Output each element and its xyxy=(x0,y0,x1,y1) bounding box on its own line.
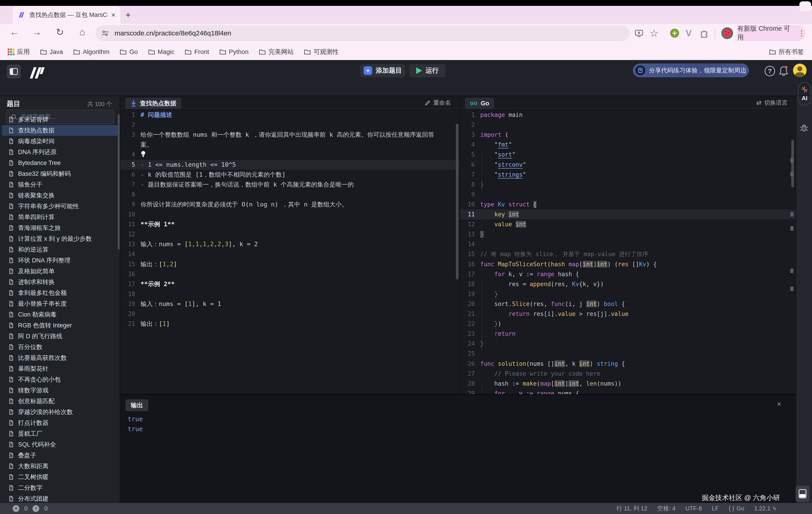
help-button[interactable]: ? xyxy=(765,66,775,76)
code-line[interactable]: 8) xyxy=(460,180,796,190)
install-icon[interactable] xyxy=(634,25,644,41)
sidebar-item[interactable]: 阿 D 的飞行路线 xyxy=(2,331,118,342)
code-line[interactable]: 21 return res[i].value > res[j].value xyxy=(460,309,796,319)
code-line[interactable]: 18 res = append(res, Kv{k, v}) xyxy=(460,279,796,289)
notifications-button[interactable] xyxy=(778,65,789,78)
switch-language-button[interactable]: ⇄ 切换语言 xyxy=(756,99,788,107)
code-line[interactable]: 19 } xyxy=(460,289,796,299)
sidebar-item[interactable]: 百分位数 xyxy=(2,342,118,352)
code-line[interactable]: 8 xyxy=(120,190,460,199)
back-icon[interactable]: ← xyxy=(9,27,19,37)
code-line[interactable]: 12 value int xyxy=(460,219,796,229)
code-line[interactable]: 12 xyxy=(120,229,460,239)
sidebar-item[interactable]: RGB 色值转 Integer xyxy=(2,320,118,331)
description-editor[interactable]: 1# 问题描述23给你一个整数数组 nums 和一个整数 k ，请你返回其中出现… xyxy=(120,109,460,394)
sidebar-item[interactable]: 暴雨梨花针 xyxy=(2,363,118,374)
address-bar[interactable]: marscode.cn/practice/8e6q246q18l4en xyxy=(96,25,630,41)
chrome-update-pill[interactable]: 有新版 Chrome 可用 ⋮ xyxy=(737,25,805,41)
sidebar-item[interactable]: 穿越沙漠的补给次数 xyxy=(2,407,118,418)
sidebar-item[interactable]: 多米诺骨牌 xyxy=(2,114,118,125)
extensions-puzzle-icon[interactable] xyxy=(700,25,709,41)
bookmark-item[interactable]: Python xyxy=(220,48,249,56)
status-segment[interactable]: { }Go xyxy=(729,505,744,512)
code-line[interactable]: 13} xyxy=(460,229,796,239)
code-line[interactable]: 10 xyxy=(120,209,460,219)
code-line[interactable]: 13输入：nums = [1,1,1,2,2,3], k = 2 xyxy=(120,239,460,249)
code-line[interactable]: 5 "sort" xyxy=(460,150,796,160)
bookmark-star-icon[interactable]: ☆ xyxy=(649,25,658,41)
site-settings-icon[interactable] xyxy=(102,30,109,37)
code-line[interactable]: 28 hash := make(map[int]int, len(nums)) xyxy=(460,379,796,389)
code-line[interactable]: 18 xyxy=(120,289,460,299)
code-line[interactable]: 21输出：[1] xyxy=(120,319,460,329)
code-line[interactable]: 4 "fmt" xyxy=(460,140,796,150)
code-line[interactable]: 6 "strconv" xyxy=(460,160,796,170)
bookmark-item[interactable]: 应用 xyxy=(8,48,30,56)
rename-button[interactable]: 重命名 xyxy=(425,99,451,107)
sidebar-item[interactable]: 叠盘子 xyxy=(2,450,118,461)
code-line[interactable]: 7- 题目数据保证答案唯一，换句话说，数组中前 k 个高频元素的集合是唯一的 xyxy=(120,180,460,190)
add-problem-button[interactable]: + 添加题目 xyxy=(360,64,405,77)
extension-v-icon[interactable]: V xyxy=(686,25,692,41)
code-line[interactable]: 16func MapToSliceSort(hash map[int]int) … xyxy=(460,259,796,269)
status-segment[interactable]: LF xyxy=(712,505,719,512)
code-line[interactable]: 24} xyxy=(460,339,796,349)
code-line[interactable]: 20 xyxy=(120,309,460,319)
code-line[interactable]: 29 for _, v := range nums { xyxy=(460,389,796,394)
sidebar-item[interactable]: 猜数字游戏 xyxy=(2,385,118,396)
sidebar-item[interactable]: 大数和距离 xyxy=(2,461,118,472)
code-line[interactable]: 16 xyxy=(120,269,460,279)
floating-panel-button[interactable] xyxy=(795,486,810,502)
output-close-icon[interactable]: × xyxy=(777,400,781,408)
code-line[interactable]: 2 xyxy=(120,120,460,130)
bookmark-item[interactable]: Algorithm xyxy=(73,48,109,56)
code-line[interactable]: 1# 问题描述 xyxy=(120,110,460,120)
sidebar-item[interactable]: DNA 序列还原 xyxy=(2,147,118,158)
sidebar-item[interactable]: 猫鱼分干 xyxy=(2,179,118,190)
code-line[interactable]: 4 xyxy=(120,150,460,160)
status-segment[interactable]: 空格: 4 xyxy=(657,505,675,512)
sidebar-scrollbar[interactable] xyxy=(118,114,120,250)
code-line[interactable]: 14 xyxy=(120,249,460,259)
code-line[interactable]: 2 xyxy=(460,120,796,130)
sidebar-item[interactable]: 蛋糕工厂 xyxy=(2,428,118,439)
all-bookmarks[interactable]: 所有书签 xyxy=(769,44,804,60)
code-line[interactable]: 14 xyxy=(460,239,796,249)
forward-icon[interactable]: → xyxy=(32,27,41,37)
sidebar-item[interactable]: 二叉树供暖 xyxy=(2,472,118,482)
sidebar-item[interactable]: 最小替换子串长度 xyxy=(2,298,118,309)
code-line[interactable]: 7 "strings" xyxy=(460,170,796,180)
sidebar-item[interactable]: 计算位置 x 到 y 的最少步数 xyxy=(2,233,118,244)
sidebar-item[interactable]: 不再贪心的小包 xyxy=(2,374,118,385)
code-line[interactable]: 20 sort.Slice(res, func(i, j int) bool { xyxy=(460,299,796,309)
sidebar-item[interactable]: 二分数字 xyxy=(2,482,118,493)
sidebar-item[interactable]: 分布式团建 xyxy=(2,493,118,503)
code-scrollbar[interactable] xyxy=(791,140,794,187)
bookmark-item[interactable]: Front xyxy=(185,48,209,56)
output-tab[interactable]: 输出 xyxy=(125,399,148,411)
bookmark-item[interactable]: 完美网站 xyxy=(259,48,294,56)
profile-avatar[interactable] xyxy=(721,25,733,41)
code-line[interactable]: 15// 将 map 转换为 slice， 并基于 map-value 进行了排… xyxy=(460,249,796,259)
code-line[interactable]: 案。 xyxy=(120,140,460,150)
sidebar-item[interactable]: Cion 勒索病毒 xyxy=(2,309,118,320)
code-line[interactable]: 26func solution(nums []int, k int) strin… xyxy=(460,359,796,369)
tab-close-icon[interactable]: × xyxy=(111,11,115,19)
code-line[interactable]: 23 return xyxy=(460,329,796,339)
sidebar-item[interactable]: 字符串有多少种可能性 xyxy=(2,201,118,212)
sidebar-item[interactable]: 病毒感染时间 xyxy=(2,136,118,147)
browser-tab[interactable]: 查找热点数据 — 豆包 MarsCod × xyxy=(12,6,120,24)
code-line[interactable]: 9 xyxy=(460,190,796,199)
code-line[interactable]: 3import ( xyxy=(460,130,796,140)
sidebar-toggle-button[interactable] xyxy=(7,64,21,79)
problems-status[interactable]: × 0 ! 0 xyxy=(12,505,48,512)
new-tab-button[interactable]: + xyxy=(125,10,130,20)
sidebar-item[interactable]: 创意标题匹配 xyxy=(2,396,118,407)
bookmark-item[interactable]: Java xyxy=(40,48,63,56)
sidebar-item[interactable]: SQL 代码补全 xyxy=(2,439,118,450)
user-avatar[interactable] xyxy=(793,64,807,77)
sidebar-item[interactable]: 链表聚集交换 xyxy=(2,190,118,201)
language-tab[interactable]: GO Go xyxy=(465,98,494,109)
status-segment[interactable]: 行 11, 列 12 xyxy=(616,505,647,512)
code-line[interactable]: 15输出：[1,2] xyxy=(120,259,460,269)
